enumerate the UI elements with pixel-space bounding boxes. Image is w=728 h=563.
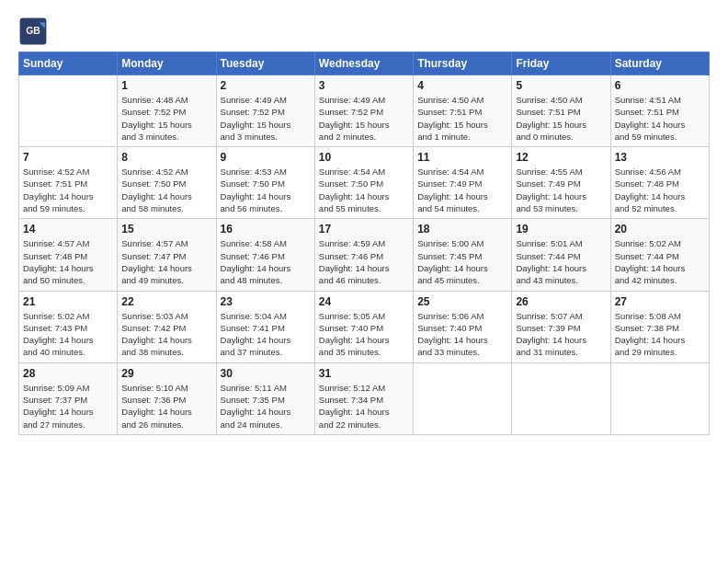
day-info: Sunrise: 5:07 AMSunset: 7:39 PMDaylight:…: [516, 310, 606, 359]
day-cell: 19Sunrise: 5:01 AMSunset: 7:44 PMDayligh…: [512, 219, 610, 291]
day-number: 28: [23, 367, 113, 380]
day-info: Sunrise: 5:03 AMSunset: 7:42 PMDaylight:…: [121, 310, 211, 359]
day-number: 19: [516, 223, 606, 236]
day-number: 29: [121, 367, 211, 380]
day-number: 21: [23, 295, 113, 308]
day-cell: 2Sunrise: 4:49 AMSunset: 7:52 PMDaylight…: [216, 75, 314, 147]
day-number: 6: [615, 79, 705, 92]
day-info: Sunrise: 4:49 AMSunset: 7:52 PMDaylight:…: [221, 94, 311, 143]
day-cell: 20Sunrise: 5:02 AMSunset: 7:44 PMDayligh…: [610, 219, 709, 291]
day-number: 25: [417, 295, 507, 308]
day-number: 11: [417, 151, 507, 164]
day-cell: 18Sunrise: 5:00 AMSunset: 7:45 PMDayligh…: [414, 219, 512, 291]
day-cell: 30Sunrise: 5:11 AMSunset: 7:35 PMDayligh…: [216, 362, 314, 434]
day-cell: 29Sunrise: 5:10 AMSunset: 7:36 PMDayligh…: [118, 362, 216, 434]
day-info: Sunrise: 4:52 AMSunset: 7:51 PMDaylight:…: [23, 166, 113, 214]
day-number: 31: [319, 367, 409, 380]
day-number: 30: [221, 367, 311, 380]
day-cell: [414, 362, 512, 434]
header: GB: [18, 17, 710, 46]
day-number: 1: [121, 79, 211, 92]
header-cell-monday: Monday: [118, 52, 216, 75]
header-cell-sunday: Sunday: [19, 52, 118, 75]
day-info: Sunrise: 4:54 AMSunset: 7:49 PMDaylight:…: [417, 166, 507, 214]
day-cell: 28Sunrise: 5:09 AMSunset: 7:37 PMDayligh…: [19, 362, 118, 434]
day-info: Sunrise: 4:48 AMSunset: 7:52 PMDaylight:…: [121, 94, 211, 143]
week-row-2: 14Sunrise: 4:57 AMSunset: 7:48 PMDayligh…: [19, 219, 710, 291]
day-number: 7: [23, 151, 113, 164]
day-cell: 27Sunrise: 5:08 AMSunset: 7:38 PMDayligh…: [610, 291, 709, 362]
calendar-header: SundayMondayTuesdayWednesdayThursdayFrid…: [19, 52, 710, 75]
header-cell-saturday: Saturday: [610, 52, 709, 75]
day-number: 27: [615, 295, 705, 308]
day-number: 17: [319, 223, 409, 236]
day-info: Sunrise: 5:10 AMSunset: 7:36 PMDaylight:…: [121, 382, 211, 431]
day-info: Sunrise: 5:09 AMSunset: 7:37 PMDaylight:…: [23, 382, 113, 431]
day-info: Sunrise: 5:00 AMSunset: 7:45 PMDaylight:…: [417, 237, 507, 286]
day-cell: [19, 75, 118, 147]
day-number: 12: [516, 151, 606, 164]
header-cell-wednesday: Wednesday: [314, 52, 413, 75]
day-cell: 26Sunrise: 5:07 AMSunset: 7:39 PMDayligh…: [512, 291, 610, 362]
day-number: 16: [221, 223, 311, 236]
day-number: 15: [121, 223, 211, 236]
svg-text:GB: GB: [26, 26, 40, 36]
day-cell: 12Sunrise: 4:55 AMSunset: 7:49 PMDayligh…: [512, 147, 610, 219]
day-cell: 15Sunrise: 4:57 AMSunset: 7:47 PMDayligh…: [118, 219, 216, 291]
day-number: 13: [615, 151, 705, 164]
day-number: 10: [319, 151, 409, 164]
day-cell: 22Sunrise: 5:03 AMSunset: 7:42 PMDayligh…: [118, 291, 216, 362]
day-cell: 21Sunrise: 5:02 AMSunset: 7:43 PMDayligh…: [19, 291, 118, 362]
day-info: Sunrise: 5:02 AMSunset: 7:43 PMDaylight:…: [23, 310, 113, 359]
day-info: Sunrise: 4:50 AMSunset: 7:51 PMDaylight:…: [516, 94, 606, 143]
day-info: Sunrise: 5:04 AMSunset: 7:41 PMDaylight:…: [221, 310, 311, 359]
day-number: 3: [319, 79, 409, 92]
week-row-4: 28Sunrise: 5:09 AMSunset: 7:37 PMDayligh…: [19, 362, 710, 434]
day-number: 8: [121, 151, 211, 164]
day-info: Sunrise: 4:50 AMSunset: 7:51 PMDaylight:…: [417, 94, 507, 143]
day-info: Sunrise: 4:55 AMSunset: 7:49 PMDaylight:…: [516, 166, 606, 214]
week-row-3: 21Sunrise: 5:02 AMSunset: 7:43 PMDayligh…: [19, 291, 710, 362]
day-info: Sunrise: 4:54 AMSunset: 7:50 PMDaylight:…: [319, 166, 409, 214]
day-cell: 14Sunrise: 4:57 AMSunset: 7:48 PMDayligh…: [19, 219, 118, 291]
day-number: 18: [417, 223, 507, 236]
day-cell: 6Sunrise: 4:51 AMSunset: 7:51 PMDaylight…: [610, 75, 709, 147]
day-cell: 17Sunrise: 4:59 AMSunset: 7:46 PMDayligh…: [314, 219, 413, 291]
day-cell: 9Sunrise: 4:53 AMSunset: 7:50 PMDaylight…: [216, 147, 314, 219]
day-info: Sunrise: 5:08 AMSunset: 7:38 PMDaylight:…: [615, 310, 705, 359]
day-info: Sunrise: 5:11 AMSunset: 7:35 PMDaylight:…: [221, 382, 311, 431]
day-info: Sunrise: 4:51 AMSunset: 7:51 PMDaylight:…: [615, 94, 705, 143]
calendar-body: 1Sunrise: 4:48 AMSunset: 7:52 PMDaylight…: [19, 75, 710, 435]
day-info: Sunrise: 4:53 AMSunset: 7:50 PMDaylight:…: [221, 166, 311, 214]
week-row-0: 1Sunrise: 4:48 AMSunset: 7:52 PMDaylight…: [19, 75, 710, 147]
day-cell: 11Sunrise: 4:54 AMSunset: 7:49 PMDayligh…: [414, 147, 512, 219]
header-cell-friday: Friday: [512, 52, 610, 75]
day-info: Sunrise: 4:49 AMSunset: 7:52 PMDaylight:…: [319, 94, 409, 143]
day-info: Sunrise: 5:02 AMSunset: 7:44 PMDaylight:…: [615, 237, 705, 286]
page: GB SundayMondayTuesdayWednesdayThursdayF…: [0, 0, 728, 563]
day-cell: 24Sunrise: 5:05 AMSunset: 7:40 PMDayligh…: [314, 291, 413, 362]
day-cell: 5Sunrise: 4:50 AMSunset: 7:51 PMDaylight…: [512, 75, 610, 147]
week-row-1: 7Sunrise: 4:52 AMSunset: 7:51 PMDaylight…: [19, 147, 710, 219]
day-cell: 31Sunrise: 5:12 AMSunset: 7:34 PMDayligh…: [314, 362, 413, 434]
day-cell: 7Sunrise: 4:52 AMSunset: 7:51 PMDaylight…: [19, 147, 118, 219]
day-info: Sunrise: 5:05 AMSunset: 7:40 PMDaylight:…: [319, 310, 409, 359]
calendar-table: SundayMondayTuesdayWednesdayThursdayFrid…: [18, 52, 710, 435]
day-number: 9: [221, 151, 311, 164]
day-cell: 1Sunrise: 4:48 AMSunset: 7:52 PMDaylight…: [118, 75, 216, 147]
header-cell-thursday: Thursday: [414, 52, 512, 75]
day-number: 26: [516, 295, 606, 308]
day-number: 14: [23, 223, 113, 236]
day-info: Sunrise: 5:06 AMSunset: 7:40 PMDaylight:…: [417, 310, 507, 359]
logo: GB: [18, 17, 51, 46]
header-row: SundayMondayTuesdayWednesdayThursdayFrid…: [19, 52, 710, 75]
day-cell: 10Sunrise: 4:54 AMSunset: 7:50 PMDayligh…: [314, 147, 413, 219]
day-number: 4: [417, 79, 507, 92]
day-info: Sunrise: 5:01 AMSunset: 7:44 PMDaylight:…: [516, 237, 606, 286]
day-info: Sunrise: 4:57 AMSunset: 7:47 PMDaylight:…: [121, 237, 211, 286]
day-number: 20: [615, 223, 705, 236]
day-cell: 23Sunrise: 5:04 AMSunset: 7:41 PMDayligh…: [216, 291, 314, 362]
day-info: Sunrise: 5:12 AMSunset: 7:34 PMDaylight:…: [319, 382, 409, 431]
day-cell: 25Sunrise: 5:06 AMSunset: 7:40 PMDayligh…: [414, 291, 512, 362]
day-number: 5: [516, 79, 606, 92]
